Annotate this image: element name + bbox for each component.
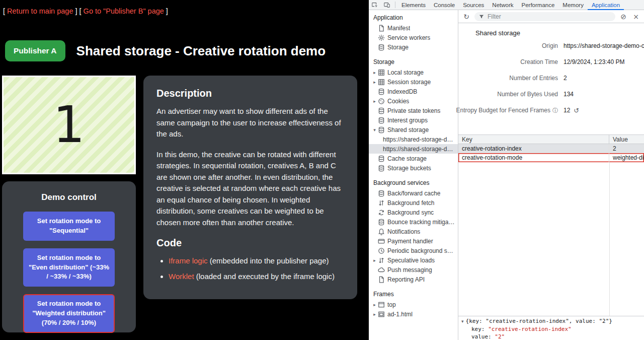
sidebar-item-background-fetch[interactable]: Background fetch (369, 198, 458, 208)
sidebar-item-reporting-api[interactable]: Reporting API (369, 275, 458, 284)
sidebar-item-storage[interactable]: Storage (369, 42, 458, 52)
sidebar-item-label: Local storage (387, 69, 424, 76)
sidebar-item-periodic-background-s[interactable]: Periodic background s… (369, 246, 458, 255)
sidebar-item-back-forward-cache[interactable]: Back/forward cache (369, 188, 458, 198)
sidebar-item-private-state-tokens[interactable]: Private state tokens (369, 106, 458, 115)
sidebar-item-https-shared-storage-d[interactable]: https://shared-storage-d… (369, 144, 458, 154)
iframe-icon (378, 311, 385, 318)
shared-storage-metadata: Originhttps://shared-storage-demo-coCrea… (458, 38, 644, 118)
publisher-b-link[interactable]: Go to "Publisher B" page (84, 7, 164, 15)
database-icon (378, 165, 385, 172)
divider (395, 2, 395, 8)
column-header-key[interactable]: Key (458, 135, 609, 144)
tab-performance[interactable]: Performance (518, 0, 559, 10)
sidebar-item-background-sync[interactable]: Background sync (369, 208, 458, 217)
sidebar-item-notifications[interactable]: Notifications (369, 227, 458, 236)
table-row-creative-rotation-index[interactable]: creative-rotation-index2 (458, 144, 644, 153)
speculative-icon (378, 257, 385, 264)
frame-icon (378, 301, 385, 308)
twisty-collapsed-icon[interactable]: ▸ (371, 302, 378, 307)
code-list-item-text: (loaded and executed by the iframe logic… (194, 272, 335, 281)
tab-application[interactable]: Application (588, 0, 624, 10)
sidebar-item-local-storage[interactable]: ▸Local storage (369, 67, 458, 77)
code-list-item-text: (embedded into the publisher page) (208, 256, 329, 265)
reload-icon[interactable]: ↻ (462, 13, 471, 21)
sidebar-item-shared-storage[interactable]: ▾Shared storage (369, 125, 458, 134)
twisty-expanded-icon[interactable]: ▾ (371, 127, 378, 132)
twisty-expanded-icon[interactable]: ▾ (461, 319, 464, 324)
filter-funnel-icon (479, 14, 484, 19)
sidebar-item-interest-groups[interactable]: Interest groups (369, 115, 458, 125)
filter-box[interactable] (474, 12, 615, 21)
sidebar-item-ad-1-html[interactable]: ▸ad-1.html (369, 309, 458, 319)
sidebar-section-background-services[interactable]: Background services (369, 177, 458, 188)
clear-icon[interactable]: ⊘ (619, 13, 628, 21)
shared-storage-pane: ↻ ⊘ × Shared storage Originhttps://share… (458, 10, 644, 340)
demo-control-title: Demo control (41, 192, 97, 202)
tab-console[interactable]: Console (430, 0, 459, 10)
sidebar-section-storage[interactable]: Storage (369, 56, 458, 67)
rotation-mode-button-1[interactable]: Set rotation mode to "Sequential" (23, 212, 115, 241)
grid-rows: creative-rotation-index2creative-rotatio… (458, 144, 644, 162)
device-toolbar-icon[interactable] (383, 1, 391, 9)
worklet-link[interactable]: Worklet (169, 272, 194, 281)
metadata-value: https://shared-storage-demo-co (564, 42, 644, 49)
sidebar-item-cache-storage[interactable]: Cache storage (369, 154, 458, 163)
twisty-collapsed-icon[interactable]: ▸ (371, 99, 378, 104)
sidebar-section-frames[interactable]: Frames (369, 289, 458, 300)
rotation-mode-button-2[interactable]: Set rotation mode to "Even distribution"… (23, 248, 115, 287)
inspect-element-icon[interactable] (371, 1, 379, 9)
rotation-mode-button-3[interactable]: Set rotation mode to "Weighted distribut… (23, 294, 115, 333)
cookie-icon (378, 98, 385, 105)
sidebar-item-label: Notifications (387, 228, 420, 235)
column-header-value[interactable]: Value (609, 135, 644, 144)
iframe-logic-link[interactable]: Iframe logic (169, 256, 208, 265)
sidebar-item-label: Bounce tracking mitiga… (387, 219, 454, 226)
twisty-collapsed-icon[interactable]: ▸ (371, 312, 378, 317)
sidebar-item-label: Cache storage (387, 155, 427, 162)
sidebar-item-speculative-loads[interactable]: ▸Speculative loads (369, 255, 458, 265)
metadata-label: Origin (458, 42, 558, 49)
sidebar-item-label: Back/forward cache (387, 190, 440, 197)
sidebar-item-cookies[interactable]: ▸Cookies (369, 96, 458, 106)
sidebar-item-label: Reporting API (387, 276, 425, 283)
return-to-main-link[interactable]: Return to main page (7, 7, 73, 15)
description-heading: Description (156, 88, 344, 99)
sidebar-item-bounce-tracking-mitiga[interactable]: Bounce tracking mitiga… (369, 217, 458, 227)
sidebar-item-top[interactable]: ▸top (369, 300, 458, 309)
tab-sources[interactable]: Sources (459, 0, 488, 10)
tab-network[interactable]: Network (488, 0, 517, 10)
preview-summary: {key: "creative-rotation-index", value: … (466, 318, 612, 324)
sidebar-item-push-messaging[interactable]: Push messaging (369, 265, 458, 275)
devtools-tabs: ElementsConsoleSourcesNetworkPerformance… (397, 0, 624, 10)
filter-input[interactable] (488, 13, 611, 20)
sidebar-item-payment-handler[interactable]: Payment handler (369, 236, 458, 246)
twisty-collapsed-icon[interactable]: ▸ (371, 258, 378, 263)
grid-empty-area (458, 162, 644, 316)
sidebar-item-indexeddb[interactable]: IndexedDB (369, 87, 458, 96)
sidebar-item-session-storage[interactable]: ▸Session storage (369, 77, 458, 87)
tab-memory[interactable]: Memory (558, 0, 588, 10)
bracket: ] (164, 7, 168, 15)
info-icon[interactable]: ⓘ (552, 107, 558, 114)
tab-elements[interactable]: Elements (397, 0, 430, 10)
close-icon[interactable]: × (631, 13, 640, 21)
metadata-label-text: Entropy Budget for Fenced Frames (456, 107, 550, 114)
metadata-label-text: Origin (542, 42, 558, 49)
metadata-value: 2 (564, 75, 567, 82)
devtools-body: ApplicationManifestService workersStorag… (369, 10, 644, 340)
sidebar-item-label: https://shared-storage-d… (383, 146, 453, 153)
table-row-creative-rotation-mode[interactable]: creative-rotation-modeweighted-dist (458, 153, 644, 162)
clock-icon (378, 247, 385, 254)
reset-budget-icon[interactable]: ↺ (574, 107, 579, 114)
twisty-collapsed-icon[interactable]: ▸ (371, 80, 378, 85)
sidebar-item-manifest[interactable]: Manifest (369, 23, 458, 33)
sidebar-item-storage-buckets[interactable]: Storage buckets (369, 163, 458, 173)
metadata-label-text: Number of Bytes Used (497, 91, 558, 98)
sidebar-item-service-workers[interactable]: Service workers (369, 33, 458, 42)
sidebar-item-https-shared-storage-d[interactable]: https://shared-storage-d… (369, 134, 458, 144)
database-icon (378, 190, 385, 197)
metadata-label: Entropy Budget for Fenced Framesⓘ (458, 107, 558, 114)
twisty-collapsed-icon[interactable]: ▸ (371, 70, 378, 75)
sidebar-section-application[interactable]: Application (369, 12, 458, 23)
